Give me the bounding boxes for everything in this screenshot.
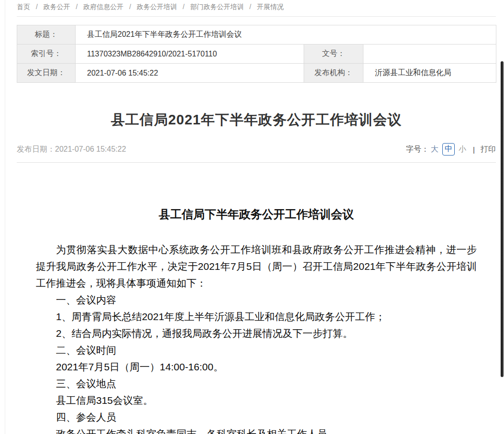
font-size-controls: 字号： 大 中 小 | 打印: [406, 143, 496, 156]
table-row: 标题： 县工信局2021年下半年政务公开工作培训会议: [17, 25, 496, 45]
breadcrumb-dept-training[interactable]: 部门政务公开培训: [190, 3, 244, 11]
index-number-value: 11370323MB28642910/2021-5170110: [76, 45, 304, 64]
breadcrumb-separator: /: [183, 3, 185, 11]
breadcrumb-government-info[interactable]: 政府信息公开: [83, 3, 123, 11]
article-paragraph: 2021年7月5日（周一）14:00-16:00。: [36, 358, 477, 375]
breadcrumb-separator: /: [250, 3, 252, 11]
publish-date: 发布日期：2021-07-06 15:45:22: [17, 145, 126, 155]
font-size-medium-button[interactable]: 中: [442, 143, 455, 156]
publish-info-bar: 发布日期：2021-07-06 15:45:22 字号： 大 中 小 | 打印: [17, 143, 496, 163]
main-content: 首页 / 政务公开 / 政府信息公开 / 政务公开培训 / 部门政务公开培训 /…: [17, 0, 496, 434]
article-paragraph: 三、会议地点: [36, 375, 477, 392]
table-row: 发文日期： 2021-07-06 15:45:22 发布机构： 沂源县工业和信息…: [17, 64, 496, 83]
breadcrumb-current-page: 开展情况: [257, 3, 284, 11]
font-size-label: 字号：: [406, 145, 429, 155]
breadcrumb-home[interactable]: 首页: [17, 3, 30, 11]
article-paragraph: 2、结合局内实际情况，通报我局政务公开进展情况及下一步打算。: [36, 325, 477, 342]
controls-divider: |: [473, 145, 475, 154]
article-paragraph: 二、会议时间: [36, 342, 477, 358]
doc-number-value: [363, 45, 496, 64]
breadcrumb-separator: /: [36, 3, 38, 11]
page-left-border: [5, 0, 5, 434]
page-title: 县工信局2021年下半年政务公开工作培训会议: [17, 111, 496, 130]
table-row: 索引号： 11370323MB28642910/2021-5170110 文号：: [17, 45, 496, 64]
vertical-scrollbar-thumb[interactable]: [501, 61, 504, 377]
title-label: 标题：: [17, 25, 76, 45]
doc-number-label: 文号：: [304, 45, 363, 64]
breadcrumb-zhengwugongkai[interactable]: 政务公开: [44, 3, 70, 11]
article: 县工信局下半年政务公开工作培训会议 为贯彻落实县大数据中心系统政务公开工作培训班…: [17, 207, 496, 434]
issue-date-value: 2021-07-06 15:45:22: [76, 64, 304, 83]
breadcrumb-separator: /: [76, 3, 78, 11]
publisher-label: 发布机构：: [304, 64, 363, 83]
print-button[interactable]: 打印: [481, 145, 496, 155]
breadcrumb: 首页 / 政务公开 / 政府信息公开 / 政务公开培训 / 部门政务公开培训 /…: [17, 0, 496, 17]
article-title: 县工信局下半年政务公开工作培训会议: [36, 207, 477, 222]
breadcrumb-separator: /: [129, 3, 131, 11]
article-paragraph: 县工信局315会议室。: [36, 392, 477, 409]
index-number-label: 索引号：: [17, 45, 76, 64]
article-paragraph: 政务公开工作牵头科室负责同志，各科室科长及相关工作人员。: [36, 425, 477, 434]
publisher-value: 沂源县工业和信息化局: [363, 64, 496, 83]
document-meta-table: 标题： 县工信局2021年下半年政务公开工作培训会议 索引号： 11370323…: [17, 25, 496, 83]
article-paragraph: 为贯彻落实县大数据中心系统政务公开工作培训班和县政府政务公开工作推进会精神，进一…: [36, 241, 477, 291]
article-paragraph: 1、周青霄局长总结2021年度上半年沂源县工业和信息化局政务公开工作；: [36, 308, 477, 325]
issue-date-label: 发文日期：: [17, 64, 76, 83]
font-size-small-button[interactable]: 小: [459, 145, 466, 155]
title-value: 县工信局2021年下半年政务公开工作培训会议: [76, 25, 496, 45]
article-body: 为贯彻落实县大数据中心系统政务公开工作培训班和县政府政务公开工作推进会精神，进一…: [36, 241, 477, 434]
breadcrumb-training[interactable]: 政务公开培训: [137, 3, 177, 11]
article-paragraph: 一、会议内容: [36, 291, 477, 308]
font-size-large-button[interactable]: 大: [431, 145, 438, 155]
article-paragraph: 四、参会人员: [36, 409, 477, 425]
